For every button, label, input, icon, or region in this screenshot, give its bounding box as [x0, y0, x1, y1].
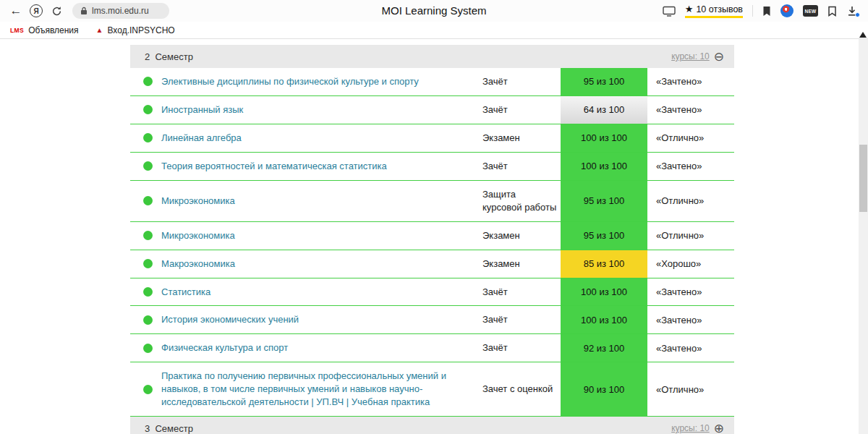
course-link[interactable]: Физическая культура и спорт — [161, 334, 482, 362]
yandex-home-button[interactable]: Я — [26, 1, 46, 20]
scroll-top-arrow[interactable] — [859, 32, 867, 38]
semester-controls: курсы: 10 ⊕ — [671, 422, 724, 434]
gradebook-table: 2 Семестр курсы: 10 ⊖ Элективные дисципл… — [130, 45, 734, 434]
grade-label: «Хорошо» — [647, 258, 734, 269]
refresh-icon — [51, 6, 62, 17]
course-row: Практика по получению первичных професси… — [130, 362, 734, 417]
assessment-type: Защита курсовой работы — [482, 181, 561, 221]
bookmark-item-announcements[interactable]: LMS Объявления — [10, 25, 79, 35]
course-row: История экономических учений Зачёт 100 и… — [130, 306, 734, 334]
score-badge: 95 из 100 — [561, 181, 647, 221]
bookmark-item-inpsycho[interactable]: ▲ Вход.INPSYCHO — [96, 25, 175, 35]
expand-circle-icon[interactable]: ⊕ — [714, 422, 724, 434]
course-row: Макроэкономика Экзамен 85 из 100 «Хорошо… — [130, 250, 734, 278]
new-badge-label: NEW — [804, 9, 816, 14]
status-dot-icon — [143, 259, 153, 268]
refresh-button[interactable] — [46, 1, 67, 20]
assessment-type: Экзамен — [482, 124, 561, 152]
course-row: Иностранный язык Зачёт 64 из 100 «Зачтен… — [130, 96, 734, 124]
course-link[interactable]: Практика по получению первичных професси… — [161, 362, 482, 416]
assessment-type: Зачёт — [482, 278, 561, 306]
toolbar-right: ★ 10 отзывов NEW — [663, 4, 862, 18]
grade-label: «Отлично» — [647, 132, 734, 143]
course-row: Статистика Зачёт 100 из 100 «Зачтено» — [130, 278, 734, 307]
course-row: Микроэкономика Экзамен 95 из 100 «Отличн… — [130, 222, 734, 250]
score-badge: 100 из 100 — [561, 278, 647, 306]
course-link[interactable]: История экономических учений — [161, 306, 482, 333]
status-dot-icon — [143, 105, 153, 114]
collections-icon[interactable] — [827, 6, 837, 17]
course-link[interactable]: Статистика — [161, 278, 482, 306]
flag-icon — [762, 6, 771, 17]
status-dot-icon — [143, 133, 153, 142]
status-dot-icon — [143, 77, 153, 86]
assessment-type: Зачёт — [482, 334, 561, 362]
assessment-type: Зачёт — [482, 96, 561, 124]
course-row: Физическая культура и спорт Зачёт 92 из … — [130, 334, 734, 362]
toolbar-separator — [752, 5, 753, 17]
status-dot-icon — [143, 231, 153, 240]
course-link[interactable]: Элективные дисциплины по физической куль… — [161, 68, 482, 95]
grade-label: «Отлично» — [647, 384, 734, 395]
score-badge: 100 из 100 — [561, 124, 647, 152]
score-badge: 100 из 100 — [561, 153, 647, 180]
status-dot-icon — [143, 344, 153, 353]
cast-icon[interactable] — [663, 6, 676, 17]
assessment-type: Зачёт — [482, 68, 561, 95]
grade-label: «Зачтено» — [647, 286, 734, 297]
address-bar[interactable]: lms.moi.edu.ru — [72, 3, 169, 19]
course-link[interactable]: Иностранный язык — [161, 96, 482, 124]
course-link[interactable]: Микроэкономика — [161, 187, 482, 215]
course-link[interactable]: Микроэкономика — [161, 222, 482, 250]
status-dot-icon — [143, 287, 153, 297]
course-row: Теория вероятностей и математическая ста… — [130, 153, 734, 181]
status-dot-icon — [143, 315, 153, 325]
score-badge: 95 из 100 — [561, 222, 647, 250]
grade-label: «Зачтено» — [647, 104, 734, 115]
grade-label: «Отлично» — [647, 195, 734, 206]
courses-count-link[interactable]: курсы: 10 — [671, 51, 710, 61]
url-text: lms.moi.edu.ru — [92, 6, 149, 16]
status-dot-icon — [143, 161, 153, 171]
grade-label: «Зачтено» — [647, 76, 734, 87]
course-link[interactable]: Макроэкономика — [161, 250, 482, 278]
grade-label: «Отлично» — [647, 230, 734, 241]
star-icon: ★ — [685, 4, 694, 14]
grade-label: «Зачтено» — [647, 315, 734, 326]
bookmark-flag-icon[interactable] — [762, 6, 771, 17]
course-link[interactable]: Линейная алгебра — [161, 124, 482, 152]
yandex-icon: Я — [30, 4, 43, 17]
score-badge: 95 из 100 — [561, 68, 647, 95]
semester-header: 2 Семестр курсы: 10 ⊖ — [130, 45, 734, 68]
status-dot-icon — [143, 196, 153, 205]
new-tab-icon[interactable]: NEW — [803, 5, 818, 17]
score-badge: 90 из 100 — [561, 362, 647, 416]
bookmark-outline-icon — [827, 6, 837, 17]
site-rating[interactable]: ★ 10 отзывов — [685, 4, 743, 18]
page-content: 2 Семестр курсы: 10 ⊖ Элективные дисципл… — [0, 45, 868, 434]
grade-label: «Зачтено» — [647, 161, 734, 171]
semester-title: 3 Семестр — [145, 423, 193, 434]
back-button[interactable]: ← — [6, 1, 26, 20]
courses-count-link[interactable]: курсы: 10 — [671, 423, 710, 433]
bookmarks-bar: LMS Объявления ▲ Вход.INPSYCHO — [0, 22, 868, 39]
collapse-circle-icon[interactable]: ⊖ — [714, 51, 724, 63]
assessment-type: Экзамен — [482, 250, 561, 278]
download-badge — [855, 12, 860, 17]
browser-logo-icon[interactable] — [780, 4, 793, 17]
assessment-type: Зачет с оценкой — [482, 375, 561, 403]
bookmark-label: Вход.INPSYCHO — [107, 25, 174, 35]
downloads-icon[interactable] — [846, 5, 858, 17]
score-badge: 85 из 100 — [561, 250, 647, 278]
course-link[interactable]: Теория вероятностей и математическая ста… — [161, 153, 482, 180]
status-dot-icon — [143, 385, 153, 394]
assessment-type: Зачёт — [482, 306, 561, 333]
assessment-type: Экзамен — [482, 222, 561, 250]
scrollbar-thumb[interactable] — [859, 145, 867, 212]
course-row: Микроэкономика Защита курсовой работы 95… — [130, 181, 734, 222]
back-arrow-icon: ← — [10, 4, 22, 18]
score-badge: 64 из 100 — [561, 96, 647, 124]
course-row: Элективные дисциплины по физической куль… — [130, 68, 734, 96]
scrollbar-track[interactable] — [859, 39, 868, 434]
score-badge: 100 из 100 — [561, 306, 647, 333]
